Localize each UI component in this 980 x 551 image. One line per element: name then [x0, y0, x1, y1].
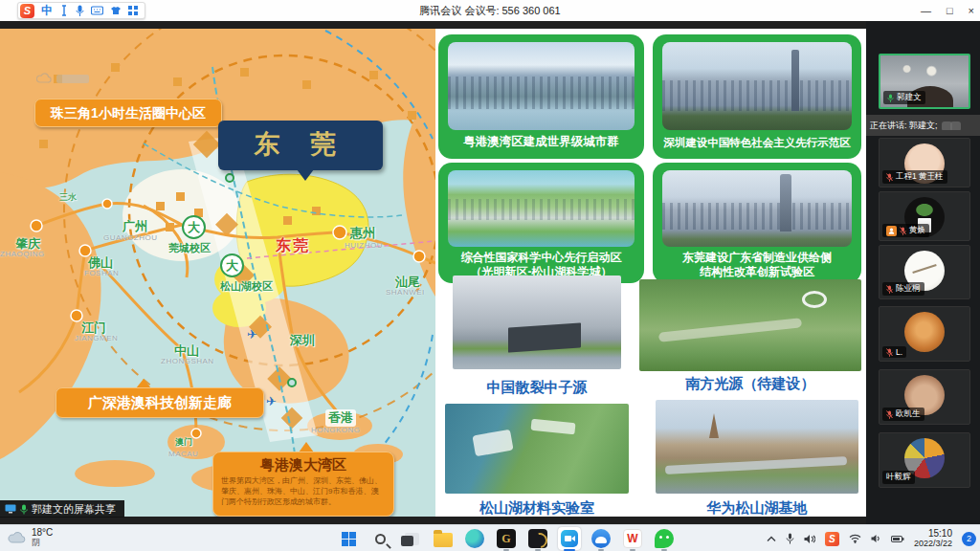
- card-dongguan-reform-zone: 东莞建设广东省制造业供给侧结构性改革创新试验区: [653, 163, 861, 283]
- monitor-icon: [5, 504, 16, 514]
- notification-badge[interactable]: 2: [962, 532, 976, 546]
- app-dark-icon[interactable]: [526, 527, 549, 550]
- caption-light-source: 南方光源（待建设）: [639, 375, 861, 393]
- maximize-button[interactable]: □: [947, 5, 953, 16]
- card-shenzhen-pilot-zone: 深圳建设中国特色社会主义先行示范区: [653, 34, 861, 159]
- shared-screen-area: 珠三角1小时生活圈中心区 东 莞 大 莞城校区 大 松山湖校区 东莞 肇庆 ZH…: [0, 21, 866, 524]
- sogou-logo-icon[interactable]: S: [20, 4, 34, 18]
- photo-dongguan-skyline: [662, 170, 852, 247]
- label-one-hour-circle: 珠三角1小时生活圈中心区: [34, 99, 222, 127]
- participant-name-tag: L.: [882, 346, 906, 358]
- app-g-icon[interactable]: G: [495, 527, 518, 550]
- campus-badge-icon: 大: [182, 215, 206, 239]
- meeting-title: 腾讯会议 会议号: 556 360 061: [0, 4, 980, 18]
- host-badge-icon: [886, 226, 897, 236]
- city-zhongshan-en: ZHONGSHAN: [161, 357, 214, 365]
- wechat-icon[interactable]: [653, 527, 676, 550]
- video-tile-yeyihui[interactable]: 叶毅辉: [879, 432, 970, 488]
- tencent-meeting-window: 腾讯会议 会议号: 556 360 061 S 中 — □ ×: [0, 0, 980, 551]
- tencent-meeting-taskbar-icon[interactable]: [558, 527, 581, 550]
- card-bay-city-cluster: 粤港澳湾区建成世界级城市群: [438, 34, 644, 159]
- cloud-icon: [8, 531, 27, 544]
- tray-speaker-share-icon[interactable]: [804, 534, 815, 544]
- bay-area-title: 粤港澳大湾区: [221, 456, 386, 474]
- clock-date: 2022/3/22: [914, 539, 952, 549]
- cloud-icon: [36, 73, 53, 84]
- city-huizhou-en: HUIZHOU: [345, 241, 383, 250]
- mic-muted-icon: [886, 173, 893, 182]
- ime-language-toggle[interactable]: 中: [41, 2, 53, 19]
- mic-muted-icon: [886, 410, 893, 419]
- toolbox-icon[interactable]: [128, 6, 138, 15]
- reaction-icon: [950, 121, 961, 130]
- ime-cursor-icon[interactable]: [59, 5, 69, 16]
- speaking-indicator-bar: 正在讲话: 郭建文;: [866, 115, 980, 136]
- keyboard-icon[interactable]: [91, 6, 103, 15]
- city-hongkong: 香港: [325, 409, 356, 427]
- presentation-slide: 珠三角1小时生活圈中心区 东 莞 大 莞城校区 大 松山湖校区 东莞 肇庆 ZH…: [0, 29, 866, 517]
- close-button[interactable]: ×: [969, 5, 974, 16]
- tray-sogou-icon[interactable]: S: [825, 532, 839, 546]
- watermark-text-blur: [56, 75, 89, 83]
- video-tile-l[interactable]: L.: [879, 306, 970, 362]
- photo-grid: 粤港澳湾区建成世界级城市群 深圳建设中国特色社会主义先行示范区 综合性国家科学中…: [435, 29, 866, 517]
- cloud-app-icon[interactable]: [590, 527, 612, 550]
- airport-icon: ✈: [266, 394, 277, 408]
- titlebar: 腾讯会议 会议号: 556 360 061 S 中 — □ ×: [0, 0, 980, 21]
- tray-volume-icon[interactable]: [871, 534, 881, 543]
- video-tile-oukaisheng[interactable]: 欧凯生: [879, 369, 970, 425]
- caption-materials-lab: 松山湖材料实验室: [445, 499, 629, 517]
- photo-science-city-aerial: [448, 170, 635, 247]
- caption: 东莞建设广东省制造业供给侧结构性改革创新试验区: [657, 251, 858, 279]
- city-hongkong-en: HONGKONG: [311, 426, 361, 434]
- label-dongguan-pointer: [297, 169, 314, 181]
- mic-muted-icon: [900, 227, 906, 235]
- weather-temp: 18°C: [32, 527, 53, 538]
- tray-mic-icon[interactable]: [786, 533, 794, 544]
- participant-name-tag: 叶毅辉: [882, 471, 915, 484]
- city-zhaoqing-en: ZHAOQING: [0, 250, 45, 258]
- skin-icon[interactable]: [110, 6, 122, 15]
- tray-chevron-up-icon[interactable]: [767, 536, 776, 542]
- city-shanwei-en: SHANWEI: [386, 288, 425, 297]
- city-huizhou: 惠州: [350, 225, 375, 242]
- screen-share-badge: 郭建文的屏幕共享: [0, 500, 124, 518]
- weather-widget[interactable]: 18°C 阴: [8, 527, 53, 547]
- edge-browser-icon[interactable]: [463, 527, 486, 550]
- video-tile-huanghuan[interactable]: 黄焕: [879, 191, 970, 241]
- task-view-button[interactable]: [400, 527, 423, 550]
- minimize-button[interactable]: —: [921, 5, 931, 16]
- start-button[interactable]: [337, 527, 360, 550]
- photo-bay-area-skyline: [448, 42, 635, 130]
- video-tile-chenyetong[interactable]: 陈业桐: [879, 245, 970, 299]
- voice-input-icon[interactable]: [76, 5, 84, 16]
- wps-icon[interactable]: W: [621, 527, 644, 550]
- card-science-center-zone: 综合性国家科学中心先行启动区（光明新区-松山湖科学城）: [438, 163, 644, 283]
- taskbar-apps: G W: [337, 525, 676, 551]
- ime-toolbar[interactable]: S 中: [17, 2, 145, 19]
- video-tile-guojianwen[interactable]: 郭建文: [879, 54, 970, 109]
- tray-wifi-icon[interactable]: [849, 534, 861, 543]
- participant-name-tag: 黄焕: [882, 224, 929, 237]
- caption-huawei-base: 华为松山湖基地: [656, 499, 858, 517]
- city-jiangmen-en: JIANGMEN: [75, 334, 118, 342]
- participant-name-tag: 陈业桐: [882, 282, 924, 296]
- label-guancheng-campus: 莞城校区: [168, 241, 211, 255]
- caption: 粤港澳湾区建成世界级城市群: [442, 134, 640, 150]
- photo-huawei-campus: [656, 400, 858, 494]
- label-greater-bay-area: 粤港澳大湾区 世界第四大湾区，由广州、深圳、东莞、佛山、肇庆、惠州、珠海、中山、…: [212, 452, 394, 517]
- caption-csns: 中国散裂中子源: [453, 379, 621, 397]
- campus-badge-icon: 大: [220, 253, 244, 277]
- photo-southern-light-source: [639, 279, 861, 371]
- tray-battery-icon[interactable]: [891, 535, 904, 543]
- mic-on-icon: [20, 504, 28, 515]
- bay-area-map: 珠三角1小时生活圈中心区 东 莞 大 莞城校区 大 松山湖校区 东莞 肇庆 ZH…: [0, 29, 435, 517]
- file-explorer-icon[interactable]: [432, 527, 455, 550]
- photo-spallation-neutron-source: [453, 276, 621, 369]
- speaking-text: 正在讲话: 郭建文;: [870, 120, 938, 132]
- city-guangzhou-en: GUANGZHOU: [103, 233, 158, 242]
- search-button[interactable]: [368, 527, 391, 550]
- airport-icon: ✈: [247, 327, 257, 342]
- taskbar-clock[interactable]: 15:10 2022/3/22: [914, 528, 952, 549]
- video-tile-huangwangzhu[interactable]: 工程1 黄王柱: [879, 138, 970, 187]
